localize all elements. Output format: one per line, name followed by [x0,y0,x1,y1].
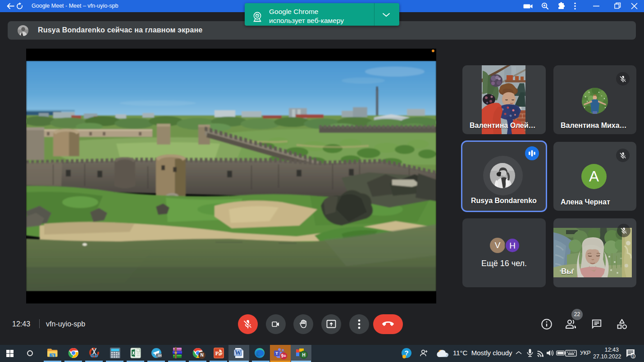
svg-text:W: W [235,349,241,356]
svg-text:..84: ..84 [156,353,162,357]
svg-text:P: P [215,350,219,357]
svg-text:T: T [275,351,278,356]
svg-text:5: 5 [632,354,634,358]
